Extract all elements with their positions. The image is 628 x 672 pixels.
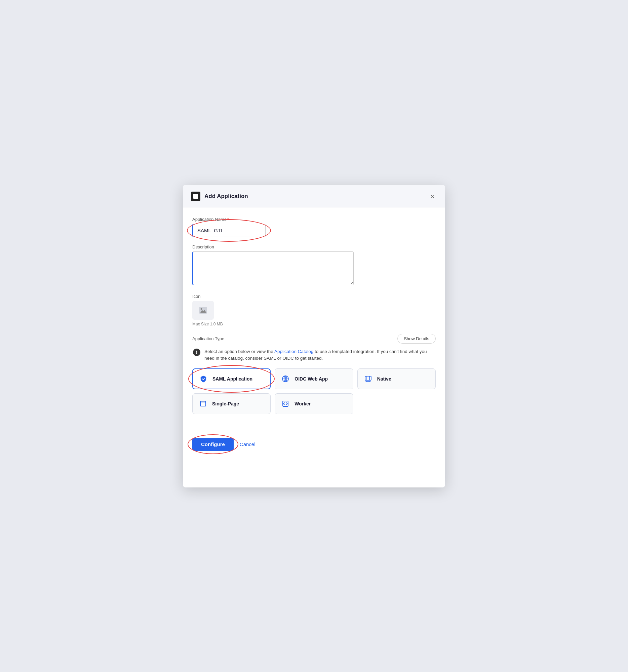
info-text: Select an option below or view the Appli… [204, 348, 435, 362]
max-size-text: Max Size 1.0 MB [192, 322, 436, 327]
add-application-dialog: Add Application × Application Name* Desc… [183, 185, 445, 487]
app-type-grid-row2: Single-Page Worker [192, 393, 436, 414]
empty-cell [357, 393, 436, 414]
type-card-native-label: Native [377, 376, 391, 382]
code-icon [281, 400, 290, 407]
app-icon-square [191, 192, 200, 201]
svg-rect-16 [201, 401, 206, 402]
type-card-native[interactable]: Native [357, 368, 436, 389]
type-card-saml[interactable]: SAML Application [192, 368, 271, 389]
info-icon: ! [193, 349, 200, 356]
svg-rect-0 [193, 194, 198, 199]
show-details-button[interactable]: Show Details [397, 334, 436, 343]
svg-rect-15 [201, 402, 206, 406]
svg-line-12 [369, 381, 371, 382]
app-type-section: Application Type Show Details ! Select a… [192, 334, 436, 414]
shield-icon [199, 375, 208, 383]
type-card-worker[interactable]: Worker [275, 393, 353, 414]
type-card-worker-label: Worker [294, 401, 311, 406]
dialog-footer: Configure Cancel [183, 430, 445, 460]
browser-icon [199, 400, 208, 407]
app-type-label: Application Type [192, 336, 224, 341]
app-name-group: Application Name* [192, 217, 436, 237]
type-card-single-page[interactable]: Single-Page [192, 393, 271, 414]
info-banner: ! Select an option below or view the App… [192, 348, 436, 362]
dialog-body: Application Name* Description Icon Max S… [183, 208, 445, 430]
svg-line-11 [365, 381, 367, 382]
app-catalog-link[interactable]: Application Catalog [274, 349, 313, 354]
description-label: Description [192, 244, 436, 249]
app-type-header: Application Type Show Details [192, 334, 436, 343]
type-card-saml-label: SAML Application [213, 376, 252, 382]
dialog-title: Add Application [204, 193, 248, 200]
svg-rect-8 [365, 376, 371, 380]
type-card-oidc-label: OIDC Web App [294, 376, 328, 382]
icon-group: Icon Max Size 1.0 MB [192, 294, 436, 327]
svg-rect-9 [367, 376, 369, 380]
app-name-label: Application Name* [192, 217, 436, 222]
icon-label: Icon [192, 294, 436, 299]
configure-btn-wrapper: Configure [192, 438, 234, 451]
type-card-oidc[interactable]: OIDC Web App [275, 368, 353, 389]
description-group: Description [192, 244, 436, 286]
app-name-input[interactable] [192, 224, 266, 237]
configure-button[interactable]: Configure [192, 438, 234, 451]
cancel-button[interactable]: Cancel [240, 441, 256, 447]
dialog-header: Add Application × [183, 185, 445, 208]
close-button[interactable]: × [429, 192, 436, 201]
app-square-icon [193, 194, 198, 199]
image-placeholder-icon [199, 307, 208, 314]
description-input[interactable] [192, 251, 354, 285]
icon-upload-area[interactable] [192, 301, 214, 320]
app-type-grid-row1: SAML Application OIDC Web App [192, 368, 436, 389]
app-name-input-wrapper [192, 224, 266, 237]
globe-icon [281, 375, 290, 383]
monitor-icon [364, 375, 372, 383]
svg-point-3 [201, 308, 202, 310]
dialog-header-left: Add Application [191, 192, 248, 201]
type-card-single-page-label: Single-Page [212, 401, 239, 406]
